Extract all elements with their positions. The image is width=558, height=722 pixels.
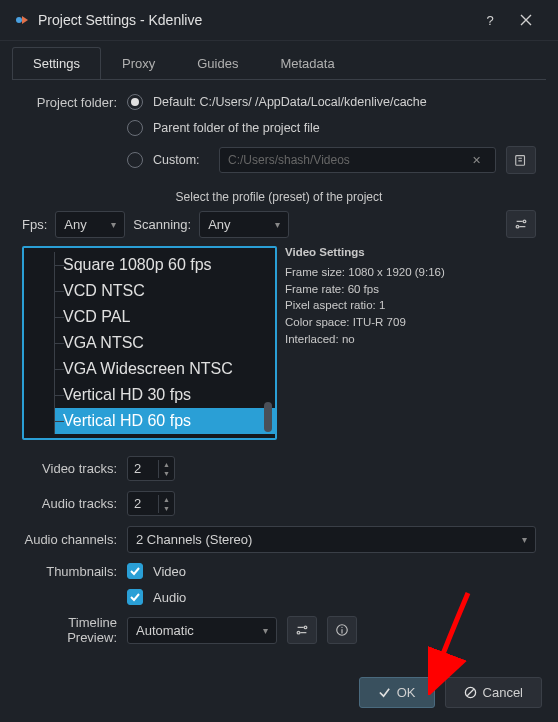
list-item-selected[interactable]: Vertical HD 60 fps [54,408,275,434]
radio-default-folder[interactable] [127,94,143,110]
thumbnails-audio-check[interactable] [127,589,143,605]
timeline-preview-label: Timeline Preview: [22,615,117,645]
fps-select[interactable]: Any▾ [55,211,125,238]
tab-proxy[interactable]: Proxy [101,47,176,80]
app-logo-icon [14,12,30,28]
scanning-label: Scanning: [133,217,191,232]
tab-guides[interactable]: Guides [176,47,259,80]
window-title: Project Settings - Kdenlive [38,12,472,28]
scanning-select[interactable]: Any▾ [199,211,289,238]
audio-tracks-stepper[interactable]: 2 ▲▼ [127,491,175,516]
scrollbar-thumb[interactable] [264,402,272,432]
clear-path-icon[interactable]: ✕ [466,154,487,167]
radio-custom-folder[interactable] [127,152,143,168]
chevron-down-icon[interactable]: ▼ [159,504,174,513]
thumbnails-video-check[interactable] [127,563,143,579]
list-item[interactable]: VCD PAL [54,304,275,330]
tab-settings[interactable]: Settings [12,47,101,80]
video-tracks-stepper[interactable]: 2 ▲▼ [127,456,175,481]
custom-folder-label: Custom: [153,153,209,167]
video-settings-title: Video Settings [285,246,536,258]
custom-folder-input[interactable]: C:/Users/shash/Videos ✕ [219,147,496,173]
svg-point-3 [516,225,519,228]
list-item[interactable]: Vertical HD 30 fps [54,382,275,408]
video-tracks-label: Video tracks: [22,461,117,476]
chevron-up-icon[interactable]: ▲ [159,460,174,469]
svg-point-5 [297,631,300,634]
browse-folder-button[interactable] [506,146,536,174]
thumbnails-audio-label: Audio [153,590,186,605]
titlebar: Project Settings - Kdenlive ? [0,0,558,41]
list-item[interactable]: VCD NTSC [54,278,275,304]
timeline-preview-select[interactable]: Automatic▾ [127,617,277,644]
cancel-button[interactable]: Cancel [445,677,542,708]
list-item[interactable]: VGA Widescreen NTSC [54,356,275,382]
list-item[interactable]: VGA NTSC [54,330,275,356]
chevron-up-icon[interactable]: ▲ [159,495,174,504]
audio-channels-select[interactable]: 2 Channels (Stereo)▾ [127,526,536,553]
parent-folder-text: Parent folder of the project file [153,121,320,135]
help-button[interactable]: ? [472,8,508,32]
tab-metadata[interactable]: Metadata [259,47,355,80]
video-settings-panel: Video Settings Frame size: 1080 x 1920 (… [285,246,536,440]
audio-channels-label: Audio channels: [22,532,117,547]
preview-settings-button[interactable] [287,616,317,644]
project-folder-label: Project folder: [22,95,117,110]
chevron-down-icon[interactable]: ▼ [159,469,174,478]
tab-bar: Settings Proxy Guides Metadata [0,41,558,80]
ok-button[interactable]: OK [359,677,435,708]
profile-filter-button[interactable] [506,210,536,238]
close-button[interactable] [508,8,544,32]
svg-point-4 [304,626,307,629]
thumbnails-video-label: Video [153,564,186,579]
preview-info-button[interactable] [327,616,357,644]
project-folder-row: Project folder: Default: C:/Users/ /AppD… [22,94,536,110]
thumbnails-label: Thumbnails: [22,564,117,579]
profile-listbox[interactable]: Square 1080p 60 fps VCD NTSC VCD PAL VGA… [22,246,277,440]
svg-point-2 [523,220,526,223]
list-item[interactable]: Square 1080p 60 fps [54,252,275,278]
radio-parent-folder[interactable] [127,120,143,136]
audio-tracks-label: Audio tracks: [22,496,117,511]
profile-section-title: Select the profile (preset) of the proje… [22,190,536,204]
svg-point-0 [16,17,22,23]
fps-label: Fps: [22,217,47,232]
default-folder-text: Default: C:/Users/ /AppData/Local/kdenli… [153,95,427,109]
